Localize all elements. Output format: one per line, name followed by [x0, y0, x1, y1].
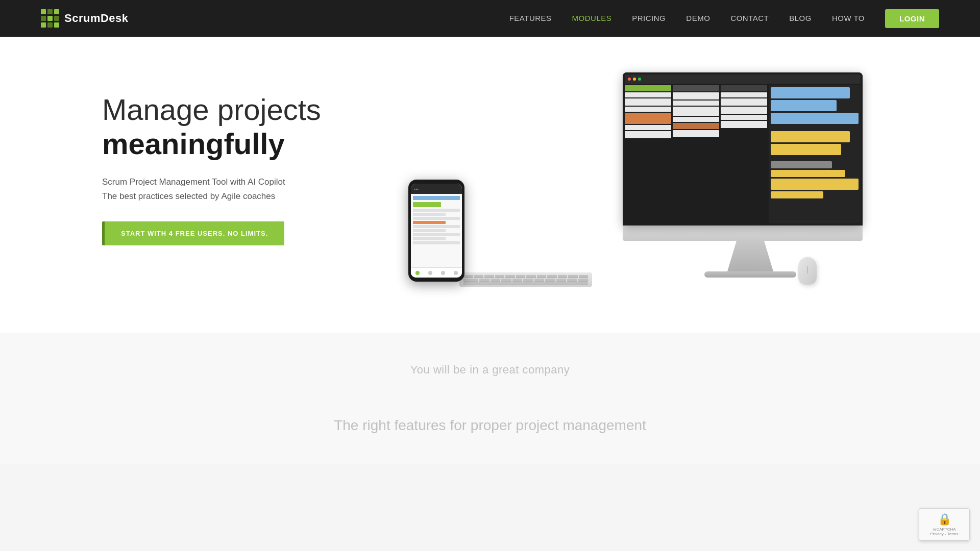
logo-dot-6 [54, 16, 59, 21]
logo-dot-8 [47, 22, 53, 28]
logo-dot-2 [47, 9, 53, 14]
rp-blue-1 [771, 87, 850, 98]
monitor-body [623, 226, 863, 241]
kanban-card-1 [625, 92, 671, 97]
mouse [798, 257, 817, 285]
hero-subtitle-line1: Scrum Project Management Tool with AI Co… [102, 177, 285, 187]
rp-yellow-5 [771, 191, 823, 198]
logo-dot-5 [47, 16, 53, 21]
phone-footer-dot-1 [415, 271, 420, 275]
key-17 [512, 279, 522, 281]
screen-dot-red [628, 78, 631, 81]
key-4 [495, 275, 505, 278]
logo-link[interactable]: ScrumDesk [41, 9, 129, 28]
key-11 [568, 275, 578, 278]
features-section: The right features for proper project ma… [0, 397, 980, 464]
right-panel [769, 85, 861, 223]
kanban-card-14 [721, 98, 767, 106]
logo-dot-4 [41, 16, 46, 21]
key-10 [558, 275, 568, 278]
phone-row-7 [413, 233, 460, 236]
key-row-3 [463, 282, 588, 285]
kanban-card-10 [673, 117, 719, 122]
screen-topbar [625, 74, 861, 84]
keyboard [459, 272, 592, 287]
logo-dot-3 [54, 9, 59, 14]
login-button[interactable]: LOGIN [885, 9, 939, 28]
hero-subtitle: Scrum Project Management Tool with AI Co… [102, 175, 347, 203]
logo-dot-9 [54, 22, 59, 28]
company-heading: You will be in a great company [102, 363, 878, 377]
phone-row-9 [413, 241, 460, 244]
kanban-card-4 [625, 113, 671, 124]
phone: ●●● [408, 180, 464, 282]
logo-grid [41, 9, 59, 28]
key-6 [516, 275, 526, 278]
key-15 [491, 279, 500, 281]
key-9 [547, 275, 557, 278]
rp-spacer2 [771, 157, 859, 160]
nav-demo[interactable]: DEMO [686, 14, 710, 22]
rp-blue-2 [771, 100, 837, 111]
screen-dot-yellow [633, 78, 636, 81]
key-22 [567, 279, 577, 281]
screen-content [623, 72, 863, 226]
nav-contact[interactable]: CONTACT [730, 14, 769, 22]
key-row-2 [463, 279, 588, 281]
kanban-col-3 [721, 85, 767, 223]
rp-yellow-3 [771, 170, 845, 177]
nav-pricing[interactable]: PRICING [632, 14, 666, 22]
hero-illustration: ●●● [378, 72, 878, 287]
phone-footer-dot-4 [454, 271, 458, 275]
kanban-card-13 [721, 92, 767, 97]
phone-footer-dot-2 [428, 271, 432, 275]
phone-row-3 [413, 217, 460, 220]
rp-blue-3 [771, 113, 859, 124]
hero-section: Manage projects meaningfully Scrum Proje… [0, 37, 980, 333]
key-2 [474, 275, 484, 278]
monitor-stand [727, 241, 773, 271]
nav-features[interactable]: FEATURES [509, 14, 552, 22]
monitor-screen [623, 72, 863, 226]
monitor [623, 72, 878, 277]
kanban-col-2 [673, 85, 719, 223]
logo-dot-7 [41, 22, 46, 28]
rp-grey-1 [771, 161, 832, 168]
nav-modules[interactable]: MODULES [572, 14, 612, 22]
phone-cta-btn [413, 202, 441, 207]
phone-header: ●●● [411, 184, 462, 194]
kanban-card-8 [673, 101, 719, 106]
key-21 [556, 279, 566, 281]
rp-yellow-4 [771, 179, 859, 190]
kanban-header-2 [673, 85, 719, 91]
rp-yellow-2 [771, 144, 841, 155]
nav-howto[interactable]: HOW TO [832, 14, 865, 22]
kanban-area [625, 85, 861, 223]
cta-button[interactable]: START WITH 4 FREE USERS. NO LIMITS. [102, 221, 284, 245]
mouse-line [807, 266, 808, 273]
monitor-base [704, 271, 796, 278]
key-8 [537, 275, 547, 278]
recaptcha-subtext: Privacy - Terms [930, 532, 959, 536]
hero-title-line2: meaningfully [102, 127, 285, 160]
key-1 [463, 275, 473, 278]
kanban-card-7 [673, 92, 719, 99]
recaptcha-text: reCAPTCHA [933, 527, 955, 532]
key-3 [484, 275, 494, 278]
key-13 [463, 279, 478, 281]
kanban-card-11 [673, 123, 719, 129]
phone-body [411, 194, 462, 267]
key-19 [534, 279, 544, 281]
nav-blog[interactable]: BLOG [789, 14, 812, 22]
phone-row-2 [413, 213, 446, 216]
phone-status: ●●● [414, 187, 419, 190]
kanban-card-2 [625, 98, 671, 106]
logo-text: ScrumDesk [64, 12, 129, 25]
hero-subtitle-line2: The best practices selected by Agile coa… [102, 191, 275, 201]
key-12 [579, 275, 589, 278]
recaptcha-badge[interactable]: 🔒 reCAPTCHA Privacy - Terms [919, 508, 970, 541]
rp-yellow-1 [771, 131, 850, 142]
screen-dot-green [638, 78, 641, 81]
phone-screen: ●●● [411, 184, 462, 278]
phone-row-8 [413, 237, 446, 240]
